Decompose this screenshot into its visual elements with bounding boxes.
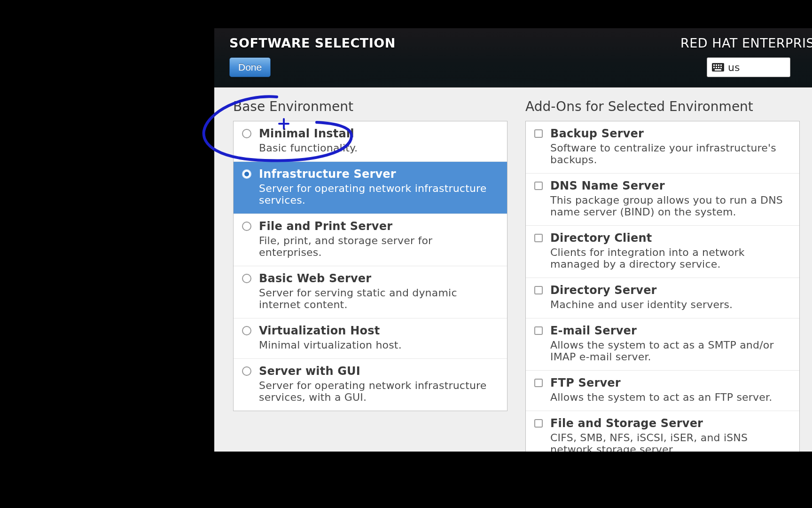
option-title: File and Storage Server	[550, 417, 791, 430]
done-button[interactable]: Done	[229, 57, 271, 77]
svg-rect-5	[713, 67, 715, 68]
addon-option[interactable]: FTP ServerAllows the system to act as an…	[526, 371, 799, 411]
option-desc: Basic functionality.	[259, 142, 499, 154]
addon-option[interactable]: DNS Name ServerThis package group allows…	[526, 174, 799, 226]
addon-option[interactable]: E-mail ServerAllows the system to act as…	[526, 318, 799, 371]
checkbox-icon	[534, 286, 543, 294]
addon-option[interactable]: File and Storage ServerCIFS, SMB, NFS, i…	[526, 411, 799, 452]
topbar: SOFTWARE SELECTION Done RED HAT ENTERPRI…	[214, 28, 812, 87]
option-title: Backup Server	[550, 127, 791, 140]
svg-rect-8	[720, 67, 722, 68]
checkbox-icon	[534, 419, 543, 428]
option-title: Directory Client	[550, 231, 791, 245]
keyboard-icon	[712, 63, 724, 71]
base-env-option[interactable]: Basic Web ServerServer for serving stati…	[234, 266, 507, 318]
svg-rect-3	[718, 64, 719, 66]
option-title: DNS Name Server	[550, 179, 791, 192]
base-env-option[interactable]: Server with GUIServer for operating netw…	[234, 359, 507, 411]
svg-rect-4	[720, 64, 722, 66]
radio-icon	[242, 129, 251, 138]
option-title: Server with GUI	[259, 365, 499, 378]
addons-list: Backup ServerSoftware to centralize your…	[525, 121, 800, 452]
base-env-option[interactable]: Minimal InstallBasic functionality.	[234, 121, 507, 162]
radio-icon	[242, 222, 251, 231]
option-desc: Machine and user identity servers.	[550, 299, 791, 310]
content-area: Base Environment Minimal InstallBasic fu…	[214, 87, 812, 452]
option-desc: Software to centralize your infrastructu…	[550, 142, 791, 166]
svg-rect-1	[713, 64, 715, 66]
option-title: E-mail Server	[550, 324, 791, 337]
checkbox-icon	[534, 129, 543, 138]
option-desc: Minimal virtualization host.	[259, 339, 499, 351]
option-desc: This package group allows you to run a D…	[550, 194, 791, 218]
option-title: Virtualization Host	[259, 324, 499, 337]
radio-icon	[242, 169, 251, 179]
option-title: Minimal Install	[259, 127, 499, 140]
option-title: Basic Web Server	[259, 272, 499, 285]
option-desc: Allows the system to act as an FTP serve…	[550, 391, 791, 403]
base-environment-list: Minimal InstallBasic functionality.Infra…	[233, 121, 508, 411]
option-desc: File, print, and storage server for ente…	[259, 235, 499, 258]
keyboard-layout-selector[interactable]: us	[707, 57, 790, 77]
radio-icon	[242, 326, 251, 335]
addon-option[interactable]: Backup ServerSoftware to centralize your…	[526, 121, 799, 174]
installer-window: SOFTWARE SELECTION Done RED HAT ENTERPRI…	[214, 28, 812, 452]
base-environment-column: Base Environment Minimal InstallBasic fu…	[233, 99, 508, 452]
option-desc: Clients for integration into a network m…	[550, 246, 791, 270]
radio-icon	[242, 366, 251, 376]
option-desc: CIFS, SMB, NFS, iSCSI, iSER, and iSNS ne…	[550, 432, 791, 452]
addons-column: Add-Ons for Selected Environment Backup …	[525, 99, 800, 452]
svg-rect-2	[716, 64, 717, 66]
svg-rect-9	[715, 69, 721, 71]
addons-title: Add-Ons for Selected Environment	[525, 99, 800, 114]
option-desc: Server for operating network infrastruct…	[259, 380, 499, 403]
option-desc: Allows the system to act as a SMTP and/o…	[550, 339, 791, 363]
option-title: File and Print Server	[259, 220, 499, 233]
base-env-option[interactable]: Infrastructure ServerServer for operatin…	[234, 162, 507, 214]
base-env-option[interactable]: Virtualization HostMinimal virtualizatio…	[234, 318, 507, 359]
page-title: SOFTWARE SELECTION	[229, 36, 396, 50]
option-title: Directory Server	[550, 284, 791, 297]
option-title: Infrastructure Server	[259, 167, 499, 181]
radio-icon	[242, 274, 251, 283]
addon-option[interactable]: Directory ClientClients for integration …	[526, 226, 799, 278]
keyboard-layout-label: us	[728, 62, 740, 73]
base-environment-title: Base Environment	[233, 99, 508, 114]
checkbox-icon	[534, 182, 543, 190]
brand-text: RED HAT ENTERPRISE LINUX	[680, 36, 812, 50]
checkbox-icon	[534, 326, 543, 335]
svg-rect-7	[718, 67, 719, 68]
checkbox-icon	[534, 379, 543, 387]
addon-option[interactable]: Directory ServerMachine and user identit…	[526, 278, 799, 318]
option-title: FTP Server	[550, 376, 791, 389]
checkbox-icon	[534, 234, 543, 242]
option-desc: Server for operating network infrastruct…	[259, 183, 499, 206]
svg-rect-6	[716, 67, 717, 68]
option-desc: Server for serving static and dynamic in…	[259, 287, 499, 310]
base-env-option[interactable]: File and Print ServerFile, print, and st…	[234, 214, 507, 266]
